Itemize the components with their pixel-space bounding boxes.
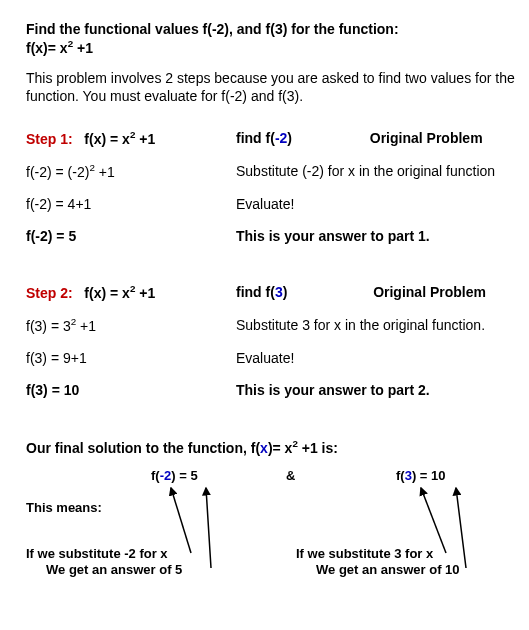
step1-orig: Original Problem	[370, 130, 483, 146]
step2-r2b: Evaluate!	[236, 349, 519, 367]
title-eq-a: f(x)= x	[26, 40, 68, 56]
step1-row1: f(-2) = (-2)2 +1 Substitute (-2) for x i…	[26, 162, 519, 181]
final-intro-c: +1 is:	[298, 439, 338, 455]
step1-find-b: )	[287, 130, 292, 146]
intro-paragraph: This problem involves 2 steps because yo…	[26, 69, 519, 105]
step2-eq-b: +1	[135, 285, 155, 301]
step2-orig: Original Problem	[373, 284, 486, 300]
step2-r3b: This is your answer to part 2.	[236, 381, 519, 399]
title-eq-b: +1	[73, 40, 93, 56]
svg-line-1	[206, 488, 211, 568]
svg-line-2	[421, 488, 446, 553]
step1-row3: f(-2) = 5 This is your answer to part 1.	[26, 227, 519, 245]
step1-r3a: f(-2) = 5	[26, 227, 236, 245]
step2-row1: f(3) = 32 +1 Substitute 3 for x in the o…	[26, 316, 519, 335]
step2-find-b: )	[283, 284, 288, 300]
step2-find-arg: 3	[275, 284, 283, 300]
final-intro-x: x	[260, 439, 268, 455]
page-title: Find the functional values f(-2), and f(…	[26, 20, 519, 57]
step1-header-row: Step 1: f(x) = x2 +1 find f(-2) Original…	[26, 129, 519, 148]
step1-find-arg: -2	[275, 130, 287, 146]
step2-r3a: f(3) = 10	[26, 381, 236, 399]
step2-row3: f(3) = 10 This is your answer to part 2.	[26, 381, 519, 399]
step1-r3b: This is your answer to part 1.	[236, 227, 519, 245]
step1-find-a: find f(	[236, 130, 275, 146]
final-left-c2: We get an answer of 5	[46, 562, 182, 579]
svg-line-0	[171, 488, 191, 553]
step1-r2a: f(-2) = 4+1	[26, 195, 236, 213]
final-right-c1: If we substitute 3 for x	[296, 546, 433, 563]
final-diagram: f(-2) = 5 & f(3) = 10 This means: If we …	[26, 468, 519, 588]
final-left-c1: If we substitute -2 for x	[26, 546, 168, 563]
step1-eq-b: +1	[135, 131, 155, 147]
step2-label: Step 2:	[26, 285, 73, 301]
final-intro-a: Our final solution to the function, f(	[26, 439, 260, 455]
step2-r1a2: +1	[76, 318, 96, 334]
step2-find-a: find f(	[236, 284, 275, 300]
step2-r1a1: f(3) = 3	[26, 318, 71, 334]
step1-eq-a: f(x) = x	[84, 131, 130, 147]
svg-line-3	[456, 488, 466, 568]
step1-r1a2: +1	[95, 164, 115, 180]
step1-row2: f(-2) = 4+1 Evaluate!	[26, 195, 519, 213]
step2-header-row: Step 2: f(x) = x2 +1 find f(3) Original …	[26, 283, 519, 302]
step1-r1a1: f(-2) = (-2)	[26, 164, 89, 180]
step2-r1b: Substitute 3 for x in the original funct…	[236, 316, 519, 335]
step1-r1b: Substitute (-2) for x in the original fu…	[236, 162, 519, 181]
title-line-1: Find the functional values f(-2), and f(…	[26, 21, 399, 37]
step2-eq-a: f(x) = x	[84, 285, 130, 301]
step1-label: Step 1:	[26, 131, 73, 147]
step2-r2a: f(3) = 9+1	[26, 349, 236, 367]
final-right-c2: We get an answer of 10	[316, 562, 460, 579]
final-intro-b: )= x	[268, 439, 293, 455]
step1-r2b: Evaluate!	[236, 195, 519, 213]
final-intro: Our final solution to the function, f(x)…	[26, 438, 519, 457]
step2-row2: f(3) = 9+1 Evaluate!	[26, 349, 519, 367]
